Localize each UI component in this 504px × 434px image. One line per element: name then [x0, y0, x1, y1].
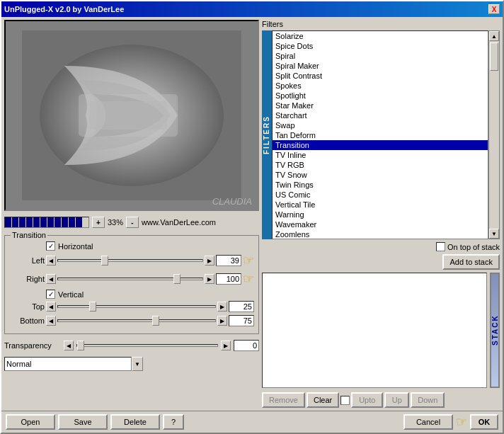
right-value[interactable]: 100 — [216, 273, 241, 285]
transparency-slider-track[interactable] — [76, 344, 218, 347]
remove-button[interactable]: Remove — [262, 392, 305, 408]
bottom-slider-track[interactable] — [57, 319, 216, 322]
filter-item[interactable]: Split Contrast — [273, 71, 488, 81]
upto-button[interactable]: Upto — [351, 392, 383, 408]
filters-label: Filters — [262, 20, 500, 28]
watermark: CLAUDIA — [212, 196, 252, 207]
bottom-slider-left-btn[interactable]: ◀ — [46, 316, 56, 326]
prog-seg — [69, 217, 75, 227]
hand-indicator-left: ☞ — [243, 253, 254, 268]
top-slider-track[interactable] — [57, 305, 216, 308]
top-value[interactable]: 25 — [229, 301, 254, 312]
params-group-title: Transition — [11, 231, 47, 239]
progress-fill — [5, 217, 83, 227]
bottom-value[interactable]: 75 — [229, 315, 254, 326]
blend-mode-combo[interactable]: Normal — [4, 357, 132, 371]
preview-canvas — [22, 30, 241, 200]
right-param-row: Right ◀ ▶ 100 ☞ — [9, 271, 254, 287]
prog-seg — [47, 217, 54, 227]
save-button[interactable]: Save — [58, 414, 108, 430]
stack-list — [262, 273, 487, 388]
filter-item[interactable]: TV Snow — [273, 170, 488, 180]
filter-item[interactable]: Spiral Maker — [273, 61, 488, 71]
ok-button[interactable]: OK — [470, 414, 498, 430]
left-panel: CLAUDIA — [4, 20, 259, 408]
down-button[interactable]: Down — [411, 392, 445, 408]
delete-button[interactable]: Delete — [110, 414, 160, 430]
filter-item[interactable]: Twin Rings — [273, 180, 488, 190]
filter-item[interactable]: Wavemaker — [273, 219, 488, 229]
filter-item[interactable]: Warning — [273, 210, 488, 219]
top-label: Top — [9, 302, 45, 311]
prog-seg — [33, 217, 40, 227]
left-slider-right-btn[interactable]: ▶ — [205, 256, 214, 265]
filter-item[interactable]: Transition — [273, 140, 488, 150]
transparency-slider-left-btn[interactable]: ◀ — [64, 341, 74, 350]
right-slider-left-btn[interactable]: ◀ — [46, 274, 56, 284]
top-slider-inner — [57, 305, 216, 308]
bottom-slider-right-btn[interactable]: ▶ — [217, 316, 227, 326]
filter-item[interactable]: Starchart — [273, 110, 488, 120]
scroll-thumb[interactable] — [490, 42, 498, 71]
filter-item[interactable]: TV RGB — [273, 160, 488, 170]
filter-item[interactable]: TV Inline — [273, 150, 488, 160]
left-slider-track[interactable] — [57, 259, 203, 262]
bottom-slider-inner — [57, 319, 216, 322]
add-to-stack-button[interactable]: Add to stack — [442, 254, 500, 270]
filters-sidebar-label: FILTERS — [262, 30, 272, 239]
horizontal-label: Horizontal — [58, 242, 93, 251]
zoom-plus-button[interactable]: + — [92, 217, 105, 228]
right-panel: Filters FILTERS SolarizeSpice DotsSpiral… — [262, 20, 500, 408]
prog-seg — [19, 217, 25, 227]
transparency-value[interactable]: 0 — [234, 340, 259, 351]
filter-item[interactable]: Spice Dots — [273, 41, 488, 51]
filter-item[interactable]: Swap — [273, 120, 488, 130]
filter-item[interactable]: Spokes — [273, 81, 488, 91]
on-top-checkbox[interactable] — [436, 242, 445, 251]
vertical-check-row: ✓ Vertical — [46, 290, 254, 299]
cancel-button[interactable]: Cancel — [403, 414, 453, 430]
hand-indicator-cancel: ☞ — [456, 414, 467, 430]
filters-list[interactable]: SolarizeSpice DotsSpiralSpiral MakerSpli… — [272, 30, 488, 239]
bottom-param-row: Bottom ◀ ▶ 75 — [9, 315, 254, 326]
scroll-down-btn[interactable]: ▼ — [489, 229, 499, 239]
upto-checkbox[interactable] — [340, 396, 350, 405]
prog-seg — [76, 217, 82, 227]
clear-button[interactable]: Clear — [307, 392, 339, 408]
on-top-row: On top of stack — [262, 241, 500, 253]
filter-item[interactable]: Star Maker — [273, 101, 488, 110]
blend-mode-combo-btn[interactable]: ▼ — [132, 357, 143, 371]
help-button[interactable]: ? — [163, 414, 184, 430]
filter-item[interactable]: Zoomlens — [273, 229, 488, 239]
horizontal-checkbox[interactable]: ✓ — [46, 241, 55, 251]
filter-item[interactable]: US Comic — [273, 190, 488, 200]
filters-scrollbar: ▲ ▼ — [488, 30, 500, 239]
filter-item[interactable]: Tan Deform — [273, 130, 488, 140]
filter-item[interactable]: Vertical Tile — [273, 200, 488, 210]
right-slider-track[interactable] — [57, 278, 203, 280]
prog-seg — [12, 217, 18, 227]
right-slider-right-btn[interactable]: ▶ — [205, 274, 214, 284]
bottom-left-buttons: Open Save Delete ? — [6, 414, 184, 430]
up-button[interactable]: Up — [384, 392, 409, 408]
filter-item[interactable]: Spiral — [273, 51, 488, 61]
main-window: UnPlugged-X v2.0 by VanDerLee X — [0, 0, 504, 434]
prog-seg — [62, 217, 68, 227]
filter-item[interactable]: Spotlight — [273, 91, 488, 101]
scroll-up-btn[interactable]: ▲ — [489, 31, 499, 41]
top-slider-left-btn[interactable]: ◀ — [46, 302, 56, 312]
close-button[interactable]: X — [488, 4, 500, 14]
left-value[interactable]: 39 — [216, 255, 241, 266]
top-slider-right-btn[interactable]: ▶ — [217, 302, 227, 312]
filter-item[interactable]: Solarize — [273, 31, 488, 41]
zoom-minus-button[interactable]: - — [126, 217, 139, 228]
transparency-slider-thumb — [77, 341, 84, 350]
vertical-checkbox[interactable]: ✓ — [46, 290, 55, 299]
top-slider-thumb — [89, 302, 96, 312]
open-button[interactable]: Open — [6, 414, 55, 430]
bottom-label: Bottom — [9, 316, 45, 325]
left-slider-left-btn[interactable]: ◀ — [46, 256, 56, 265]
transparency-slider-right-btn[interactable]: ▶ — [221, 341, 231, 350]
progress-bar — [4, 217, 89, 228]
left-param-row: Left ◀ ▶ 39 ☞ — [9, 253, 254, 268]
